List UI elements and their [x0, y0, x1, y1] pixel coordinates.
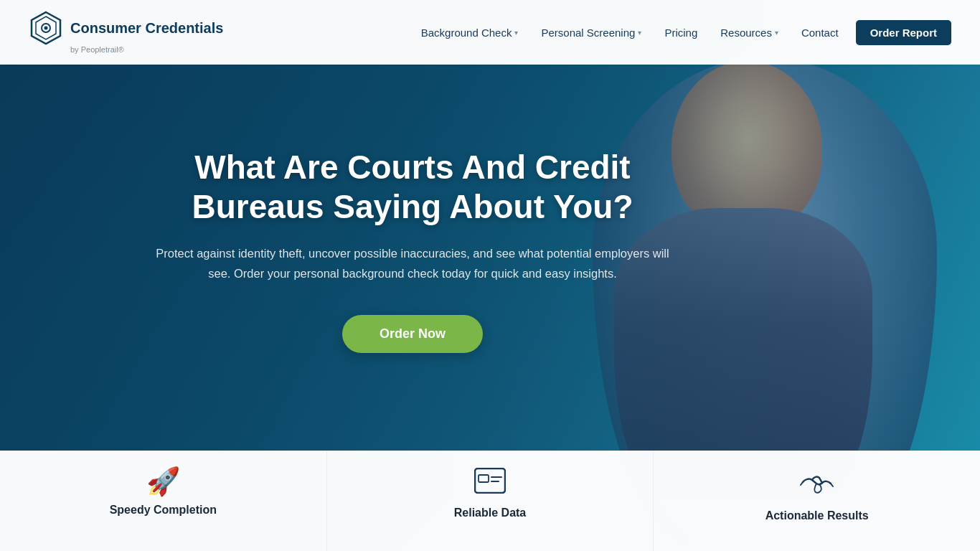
site-header: Consumer Credentials by Peopletrail® Bac… [0, 0, 980, 65]
svg-point-3 [44, 27, 48, 30]
logo-wrapper: Consumer Credentials [29, 11, 223, 45]
order-report-button[interactable]: Order Report [856, 20, 951, 45]
feature-card-reliable: Reliable Data [327, 451, 654, 551]
feature-label-actionable: Actionable Results [765, 509, 869, 522]
logo-sub: by Peopletrail® [70, 45, 124, 54]
logo-text: Consumer Credentials [70, 20, 223, 36]
nav-background-check[interactable]: Background Check ▾ [411, 21, 529, 44]
feature-label-speedy: Speedy Completion [110, 504, 217, 517]
nav-contact[interactable]: Contact [791, 21, 849, 44]
nav-resources[interactable]: Resources ▾ [710, 21, 788, 44]
main-nav: Background Check ▾ Personal Screening ▾ … [411, 20, 951, 45]
chevron-down-icon: ▾ [514, 29, 518, 37]
feature-card-actionable: Actionable Results [654, 451, 980, 551]
chevron-down-icon: ▾ [638, 29, 641, 37]
nav-pricing[interactable]: Pricing [654, 21, 707, 44]
feature-cards: 🚀 Speedy Completion Reliable Data Action… [0, 451, 980, 551]
logo-area: Consumer Credentials by Peopletrail® [29, 11, 223, 54]
order-now-button[interactable]: Order Now [342, 315, 483, 353]
svg-rect-5 [479, 475, 489, 482]
feature-card-speedy: 🚀 Speedy Completion [0, 451, 327, 551]
hero-title: What Are Courts And Credit Bureaus Sayin… [154, 148, 671, 227]
id-card-icon [474, 468, 506, 498]
rocket-icon: 🚀 [146, 468, 180, 495]
svg-rect-4 [475, 468, 505, 493]
hero-subtitle: Protect against identity theft, uncover … [147, 244, 678, 283]
feature-label-reliable: Reliable Data [454, 507, 526, 519]
handshake-icon [799, 468, 835, 501]
chevron-down-icon: ▾ [775, 29, 778, 37]
nav-personal-screening[interactable]: Personal Screening ▾ [531, 21, 651, 44]
logo-icon [29, 11, 63, 45]
